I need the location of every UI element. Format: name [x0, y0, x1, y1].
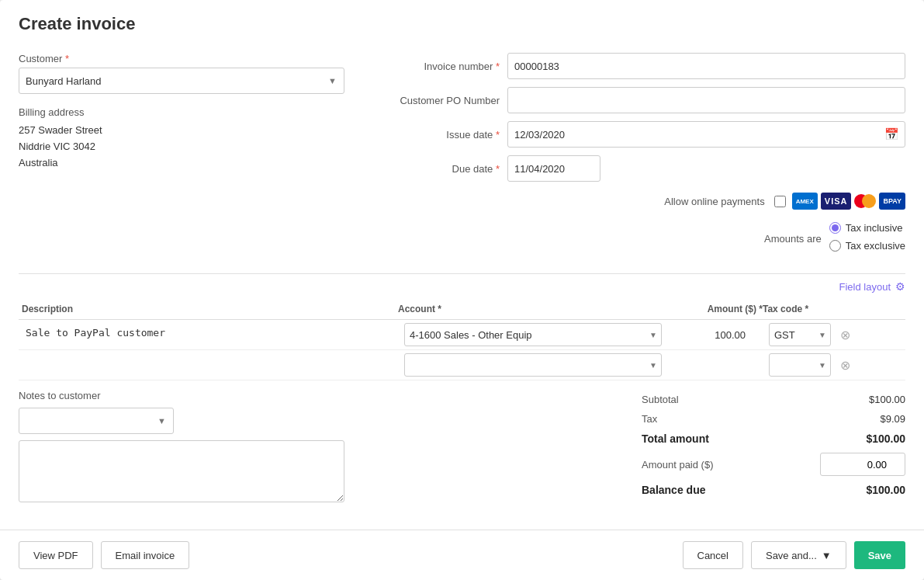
- modal-header: Create invoice: [0, 0, 924, 43]
- tax-label: Tax: [642, 413, 657, 425]
- cell-extra-1: [874, 320, 905, 349]
- chevron-down-icon: ▼: [822, 550, 832, 561]
- amount-paid-label: Amount paid ($): [642, 459, 714, 471]
- notes-textarea[interactable]: [19, 440, 344, 502]
- cell-amount-1: [665, 320, 766, 349]
- billing-address: Billing address 257 Swader Street Niddri…: [19, 106, 344, 171]
- address-line2: Niddrie VIC 3042: [19, 139, 344, 155]
- table-row: Sale to PayPal customer 4-1600 Sales - O…: [19, 320, 905, 350]
- due-date-input[interactable]: [507, 155, 600, 182]
- gear-icon[interactable]: ⚙: [895, 280, 905, 293]
- visa-icon: VISA: [821, 193, 852, 210]
- tax-value: $9.09: [828, 413, 905, 425]
- tax-select-wrapper-2[interactable]: ▼: [769, 353, 831, 377]
- col-description: Description: [22, 304, 398, 314]
- mastercard-icon: [854, 193, 876, 210]
- account-select-2[interactable]: [404, 353, 662, 377]
- tax-inclusive-option[interactable]: Tax inclusive: [829, 222, 905, 234]
- cell-account-1: 4-1600 Sales - Other Equip ▼: [401, 320, 665, 349]
- issue-date-label: Issue date *: [375, 129, 500, 141]
- customer-po-input[interactable]: [507, 87, 905, 113]
- modal-title: Create invoice: [19, 14, 905, 34]
- tax-row: Tax $9.09: [642, 409, 905, 429]
- due-date-row: Due date *: [375, 155, 905, 182]
- customer-po-row: Customer PO Number: [375, 87, 905, 113]
- tax-inclusive-radio[interactable]: [829, 222, 841, 234]
- description-input-2[interactable]: [22, 353, 398, 377]
- online-payments-label: Allow online payments: [664, 196, 764, 207]
- tax-exclusive-radio[interactable]: [829, 240, 841, 252]
- customer-po-label: Customer PO Number: [375, 95, 500, 106]
- right-column: Invoice number * Customer PO Number Issu…: [375, 53, 905, 255]
- billing-address-text: 257 Swader Street Niddrie VIC 3042 Austr…: [19, 123, 344, 171]
- save-and-button[interactable]: Save and... ▼: [751, 541, 846, 569]
- online-payments-row: Allow online payments AMEX VISA BPAY: [375, 193, 905, 210]
- totals-table: Subtotal $100.00 Tax $9.09 Total amount …: [642, 390, 905, 500]
- account-select-wrapper-2[interactable]: ▼: [404, 353, 662, 377]
- online-payments-checkbox[interactable]: [774, 196, 786, 207]
- notes-column: Notes to customer ▼: [19, 390, 344, 505]
- account-select-wrapper-1[interactable]: 4-1600 Sales - Other Equip ▼: [404, 323, 662, 346]
- total-amount-label: Total amount: [642, 432, 709, 445]
- notes-template-select-wrapper[interactable]: ▼: [19, 408, 174, 434]
- total-amount-value: $100.00: [828, 432, 905, 445]
- col-account: Account *: [398, 304, 662, 314]
- tax-select-2[interactable]: [769, 353, 831, 377]
- billing-address-label: Billing address: [19, 106, 344, 118]
- col-amount: Amount ($) *: [662, 304, 763, 314]
- section-divider: [19, 273, 905, 274]
- modal-footer: View PDF Email invoice Cancel Save and..…: [0, 530, 924, 580]
- left-column: Customer * Bunyard Harland ▼ Billing add…: [19, 53, 344, 255]
- account-select-1[interactable]: 4-1600 Sales - Other Equip: [404, 323, 662, 346]
- cancel-button[interactable]: Cancel: [683, 541, 743, 569]
- email-invoice-button[interactable]: Email invoice: [101, 541, 190, 569]
- invoice-number-input[interactable]: [507, 53, 905, 79]
- cell-description-1: Sale to PayPal customer: [19, 320, 401, 349]
- create-invoice-modal: Create invoice Customer * Bunyard Harlan…: [0, 0, 924, 580]
- footer-right: Cancel Save and... ▼ Save: [683, 541, 906, 569]
- view-pdf-button[interactable]: View PDF: [19, 541, 93, 569]
- field-layout-row: Field layout ⚙: [19, 280, 905, 293]
- cell-tax-1: GST ▼ ⊗: [766, 320, 874, 349]
- customer-label: Customer *: [19, 53, 344, 64]
- amex-icon: AMEX: [792, 193, 818, 210]
- balance-due-row: Balance due $100.00: [642, 480, 905, 500]
- issue-date-wrapper[interactable]: 📅: [507, 121, 905, 148]
- balance-due-value: $100.00: [828, 484, 905, 496]
- due-date-label: Due date *: [375, 163, 500, 175]
- cell-tax-2: ▼ ⊗: [766, 350, 874, 380]
- description-input-1[interactable]: Sale to PayPal customer: [22, 323, 398, 346]
- modal-body: Customer * Bunyard Harland ▼ Billing add…: [0, 43, 924, 523]
- save-button[interactable]: Save: [854, 541, 905, 569]
- col-actions: [871, 304, 902, 314]
- customer-select[interactable]: Bunyard Harland: [19, 68, 344, 94]
- field-layout-link[interactable]: Field layout: [839, 281, 891, 293]
- issue-date-input[interactable]: [507, 121, 905, 148]
- amount-input-1[interactable]: [668, 323, 763, 346]
- bottom-section: Notes to customer ▼ Subtotal $100.00: [19, 390, 905, 505]
- amount-input-2[interactable]: [668, 353, 763, 377]
- cell-extra-2: [874, 350, 905, 380]
- table-row: ▼ ▼ ⊗: [19, 350, 905, 380]
- col-tax-code: Tax code *: [763, 304, 871, 314]
- remove-row-1-button[interactable]: ⊗: [834, 324, 856, 346]
- subtotal-value: $100.00: [828, 394, 905, 405]
- tax-select-1[interactable]: GST: [769, 323, 831, 346]
- tax-select-wrapper-1[interactable]: GST ▼: [769, 323, 831, 346]
- tax-exclusive-option[interactable]: Tax exclusive: [829, 240, 905, 252]
- notes-template-select[interactable]: [19, 408, 174, 434]
- due-date-wrapper[interactable]: [507, 155, 600, 182]
- issue-date-row: Issue date * 📅: [375, 121, 905, 148]
- subtotal-label: Subtotal: [642, 394, 679, 405]
- tax-inclusive-label: Tax inclusive: [846, 222, 903, 234]
- payment-icons: AMEX VISA BPAY: [792, 193, 905, 210]
- amount-paid-input[interactable]: [820, 453, 905, 476]
- cell-account-2: ▼: [401, 350, 665, 380]
- amounts-are-row: Amounts are Tax inclusive Tax exclusive: [375, 222, 905, 255]
- cell-description-2: [19, 350, 401, 380]
- remove-row-2-button[interactable]: ⊗: [834, 354, 856, 376]
- invoice-number-label: Invoice number *: [375, 61, 500, 72]
- tax-radio-group: Tax inclusive Tax exclusive: [829, 222, 905, 255]
- customer-select-wrapper[interactable]: Bunyard Harland ▼: [19, 68, 344, 94]
- invoice-table: Description Account * Amount ($) * Tax c…: [19, 299, 905, 380]
